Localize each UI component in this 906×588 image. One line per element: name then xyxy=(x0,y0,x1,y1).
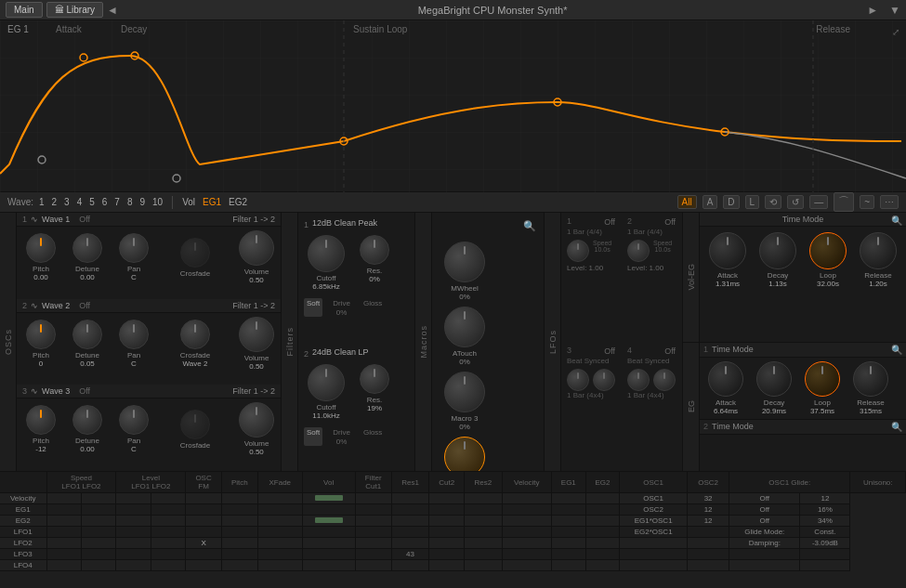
reset-icon[interactable]: ↺ xyxy=(787,195,804,209)
osc-1-name[interactable]: Wave 1 xyxy=(42,215,70,224)
filter-2-title[interactable]: 24dB Clean LP xyxy=(312,347,369,357)
macro-atouch-knob[interactable] xyxy=(444,307,485,347)
osc-1-volume-knob[interactable] xyxy=(239,230,274,266)
wave-num-3[interactable]: 3 xyxy=(62,197,72,207)
osc-1-detune-knob[interactable] xyxy=(72,233,102,263)
lfo-4-speed2-knob[interactable] xyxy=(653,369,676,391)
eg-2-search-icon[interactable]: 🔍 xyxy=(891,422,902,432)
line-curve-icon[interactable]: ⌒ xyxy=(834,192,854,212)
wave-num-10[interactable]: 10 xyxy=(151,197,164,207)
wave-num-8[interactable]: 8 xyxy=(125,197,135,207)
lfo-4-status[interactable]: Off xyxy=(664,346,676,356)
mod-row-lfo4[interactable]: LFO4 xyxy=(0,560,906,571)
mod-row-lfo2[interactable]: LFO2 X xyxy=(0,538,906,549)
osc-2-crosfade-knob[interactable] xyxy=(180,320,210,349)
loop-icon[interactable]: ⟲ xyxy=(765,195,781,209)
arrow-left[interactable]: ◄ xyxy=(107,4,118,17)
wave-num-7[interactable]: 7 xyxy=(112,197,122,207)
osc-2-pan-knob[interactable] xyxy=(119,320,149,349)
main-button[interactable]: Main xyxy=(6,2,43,18)
macro-mwheel-knob[interactable] xyxy=(444,242,485,282)
osc-2-detune-knob[interactable] xyxy=(72,320,102,349)
macro-fatness-knob[interactable] xyxy=(444,437,485,471)
wave-num-6[interactable]: 6 xyxy=(100,197,110,207)
filter-2-res-knob[interactable] xyxy=(360,364,389,394)
osc-1-pan-knob[interactable] xyxy=(119,233,149,263)
eg-row-1: 1 Time Mode 🔍 Attack 6.64ms Decay xyxy=(700,343,906,420)
vol-eg-decay-knob[interactable] xyxy=(759,232,796,269)
osc-3-route[interactable]: Filter 1 -> 2 xyxy=(232,386,275,396)
wave-num-4[interactable]: 4 xyxy=(75,197,85,207)
macros-search-icon[interactable]: 🔍 xyxy=(523,220,536,232)
vol-eg-loop-knob[interactable] xyxy=(809,232,847,269)
vol-eg-release-knob[interactable] xyxy=(860,232,897,269)
line-straight-icon[interactable]: — xyxy=(809,195,828,209)
vol-button[interactable]: Vol xyxy=(180,197,197,207)
library-button[interactable]: 🏛 Library xyxy=(46,2,103,18)
mod-table[interactable]: SpeedLFO1 LFO2 LevelLFO1 LFO2 OSCFM Pitc… xyxy=(0,472,906,588)
mod-row-velocity[interactable]: Velocity OSC1 3 xyxy=(0,493,906,504)
osc-2-route[interactable]: Filter 1 -> 2 xyxy=(232,301,275,310)
filter-2-gloss-btn[interactable]: Gloss xyxy=(361,427,385,446)
eg2-button[interactable]: EG2 xyxy=(227,197,249,207)
arrow-down[interactable]: ▼ xyxy=(889,4,900,17)
filter-2-soft-btn[interactable]: Soft xyxy=(304,427,322,446)
wave-num-9[interactable]: 9 xyxy=(138,197,147,207)
osc-3-pitch-knob[interactable] xyxy=(26,405,56,435)
eg-1-search-icon[interactable]: 🔍 xyxy=(891,345,902,355)
eg-1-loop-knob[interactable] xyxy=(805,361,840,397)
mod-row-eg1[interactable]: EG1 OSC2 12 xyxy=(0,504,906,516)
wave-num-1[interactable]: 1 xyxy=(37,197,46,207)
dots-icon[interactable]: ⋯ xyxy=(880,195,899,209)
filter-1-gloss-btn[interactable]: Gloss xyxy=(361,298,385,317)
filter-1-soft-btn[interactable]: Soft xyxy=(304,298,322,317)
osc-3-detune-knob[interactable] xyxy=(72,405,102,435)
osc-1-crosfade-knob[interactable] xyxy=(180,238,210,268)
filter-1-cutoff: Cutoff 6.85kHz xyxy=(304,235,348,291)
osc-3-crosfade-knob[interactable] xyxy=(180,410,210,439)
osc-3-volume-knob[interactable] xyxy=(239,402,274,438)
mode-l-btn[interactable]: L xyxy=(745,195,760,209)
lfo-1-speed-knob[interactable] xyxy=(567,240,589,262)
mod-row-eg2[interactable]: EG2 EG1*OSC1 12 xyxy=(0,516,906,527)
osc-3-pan-knob[interactable] xyxy=(119,405,149,435)
lfo-3-status[interactable]: Off xyxy=(604,346,615,356)
osc-3-status[interactable]: Off xyxy=(79,386,90,396)
mod-row-lfo1[interactable]: LFO1 EG2*OSC1 xyxy=(0,527,906,538)
vol-eg-search-icon[interactable]: 🔍 xyxy=(891,216,902,226)
osc-2-status[interactable]: Off xyxy=(79,301,90,310)
lfo-3-speed-knob[interactable] xyxy=(567,369,589,391)
filter-1-drive-btn[interactable]: Drive xyxy=(330,298,353,308)
mode-d-btn[interactable]: D xyxy=(723,195,739,209)
vol-eg-attack-knob[interactable] xyxy=(709,232,746,269)
lfo-4-speed-knob[interactable] xyxy=(627,369,650,391)
eg-1-release-knob[interactable] xyxy=(853,361,888,397)
lfo-2-status[interactable]: Off xyxy=(664,217,676,227)
lfo-1-status[interactable]: Off xyxy=(604,217,615,227)
osc-3-name[interactable]: Wave 3 xyxy=(42,386,70,396)
osc-1-route[interactable]: Filter 1 -> 2 xyxy=(232,215,275,224)
osc-1-status[interactable]: Off xyxy=(79,215,90,224)
lfo-2-speed-knob[interactable] xyxy=(627,240,650,262)
osc-1-pitch-knob[interactable] xyxy=(26,233,56,263)
osc-2-volume-knob[interactable] xyxy=(239,317,274,352)
mode-a-btn[interactable]: A xyxy=(702,195,718,209)
filter-2-cutoff-knob[interactable] xyxy=(308,364,345,401)
arrow-right[interactable]: ► xyxy=(867,4,878,17)
macro-3-knob[interactable] xyxy=(444,372,485,412)
wave-num-5[interactable]: 5 xyxy=(87,197,97,207)
mod-row-lfo3[interactable]: LFO3 43 xyxy=(0,549,906,560)
filter-1-res-knob[interactable] xyxy=(360,235,389,265)
eg-1-decay-knob[interactable] xyxy=(756,361,792,397)
line-squiggle-icon[interactable]: ~ xyxy=(860,195,874,209)
filter-1-cutoff-knob[interactable] xyxy=(308,235,345,272)
filter-2-drive-btn[interactable]: Drive xyxy=(330,427,353,438)
osc-2-name[interactable]: Wave 2 xyxy=(42,301,70,310)
mode-all-btn[interactable]: All xyxy=(677,195,697,209)
filter-1-title[interactable]: 12dB Clean Peak xyxy=(312,218,377,228)
eg1-button[interactable]: EG1 xyxy=(201,197,223,207)
eg-1-attack-knob[interactable] xyxy=(708,361,743,397)
osc-2-pitch-knob[interactable] xyxy=(26,320,56,349)
wave-num-2[interactable]: 2 xyxy=(50,197,59,207)
lfo-3-speed2-knob[interactable] xyxy=(593,369,615,391)
